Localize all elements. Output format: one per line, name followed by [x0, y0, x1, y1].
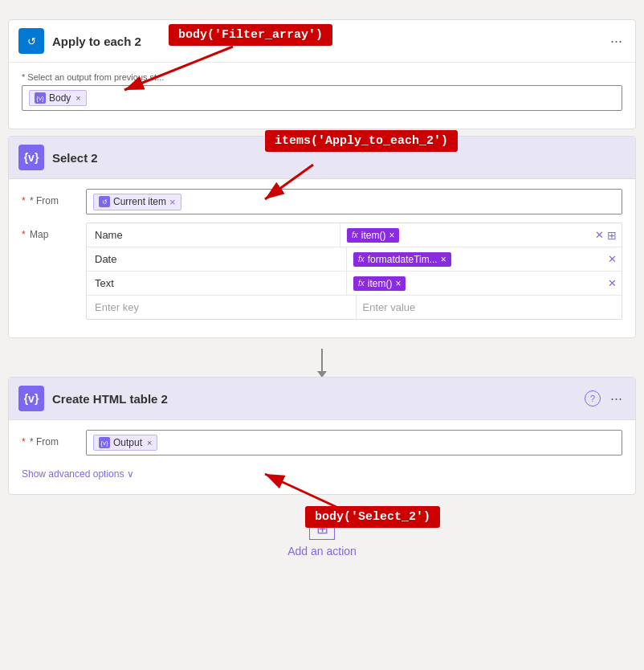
create-html-from-input[interactable]: {v} Output × — [86, 430, 622, 456]
map-value-text: fx item() × — [347, 273, 603, 294]
chevron-down-icon: ∨ — [127, 468, 134, 480]
help-button[interactable]: ? — [585, 390, 601, 406]
create-html-table-card: {v} Create HTML table 2 ? ··· * * From {… — [8, 377, 636, 495]
apply-to-each-menu[interactable]: ··· — [607, 32, 626, 50]
fx-token-date: fx formatdateTim... × — [353, 252, 451, 267]
select-output-label: * Select an output from previous st... — [22, 72, 622, 82]
output-token-close[interactable]: × — [147, 438, 152, 447]
current-item-close[interactable]: × — [169, 196, 176, 208]
fx-close-date[interactable]: × — [441, 254, 446, 265]
fx-token-text: fx item() × — [353, 276, 406, 291]
select2-from-row: * * From ↺ Current item × — [22, 189, 622, 214]
show-advanced-label: Show advanced options — [22, 468, 124, 480]
map-value-placeholder[interactable]: Enter value — [357, 298, 622, 317]
fx-close-name[interactable]: × — [389, 230, 394, 241]
map-key-placeholder[interactable]: Enter key — [87, 296, 357, 319]
show-advanced-options[interactable]: Show advanced options ∨ — [22, 464, 622, 484]
delete-date-row[interactable]: ✕ — [608, 253, 617, 265]
delete-name-row[interactable]: ✕ — [595, 229, 604, 241]
down-arrow — [321, 349, 323, 373]
body-token-close[interactable]: × — [75, 93, 80, 103]
select2-from-input[interactable]: ↺ Current item × — [86, 189, 622, 214]
copy-name-row[interactable]: ⊞ — [607, 230, 617, 241]
select2-map-label: * Map — [22, 223, 86, 240]
create-html-icon: {v} — [18, 386, 44, 411]
delete-text-row[interactable]: ✕ — [608, 277, 617, 289]
fx-close-text[interactable]: × — [395, 278, 401, 289]
map-actions-name: ✕ ⊞ — [590, 229, 622, 241]
map-row-empty: Enter key Enter value — [87, 296, 622, 319]
select2-card: {v} Select 2 * * From ↺ Current item × — [8, 136, 636, 338]
output-token-label: Output — [113, 437, 142, 448]
map-row-date: Date fx formatdateTim... × ✕ — [87, 247, 622, 272]
map-table: Name fx item() × ✕ — [86, 223, 622, 320]
fx-token-name: fx item() × — [347, 228, 399, 243]
map-actions-text: ✕ — [603, 277, 622, 289]
map-value-name: fx item() × — [340, 225, 590, 246]
select2-map-row: * Map Name fx item() — [22, 223, 622, 320]
output-token-icon: {v} — [99, 437, 110, 448]
current-item-token: ↺ Current item × — [93, 194, 181, 210]
map-actions-date: ✕ — [603, 253, 622, 265]
body-token: {v} Body × — [29, 90, 87, 106]
body-token-input[interactable]: {v} Body × — [22, 85, 622, 111]
map-row-text: Text fx item() × ✕ — [87, 272, 622, 296]
apply-to-each-icon: ↺ — [18, 28, 44, 54]
select2-icon: {v} — [18, 145, 44, 170]
map-row-name: Name fx item() × ✕ — [87, 223, 622, 247]
annotation-select2: body('Select_2') — [305, 506, 440, 528]
select2-from-label: * * From — [22, 189, 86, 206]
annotation-filter-array: body('Filter_array') — [169, 24, 332, 46]
annotation-apply-each: items('Apply_to_each_2') — [265, 130, 458, 152]
create-html-from-row: * * From {v} Output × — [22, 430, 622, 456]
map-key-date: Date — [87, 247, 347, 271]
body-token-icon: {v} — [35, 92, 46, 104]
select2-title: Select 2 — [52, 151, 626, 165]
create-html-menu[interactable]: ··· — [607, 390, 626, 407]
map-value-date: fx formatdateTim... × — [347, 249, 603, 270]
body-token-label: Body — [49, 92, 71, 104]
map-key-name: Name — [87, 223, 340, 247]
arrow-connector — [8, 345, 636, 377]
current-item-label: Current item — [113, 196, 166, 207]
output-token: {v} Output × — [93, 435, 157, 451]
loop-icon: ↺ — [99, 196, 110, 207]
map-key-text: Text — [87, 272, 347, 295]
add-action-label: Add an action — [287, 545, 357, 558]
create-html-title: Create HTML table 2 — [52, 392, 585, 406]
create-html-from-label: * * From — [22, 430, 86, 447]
